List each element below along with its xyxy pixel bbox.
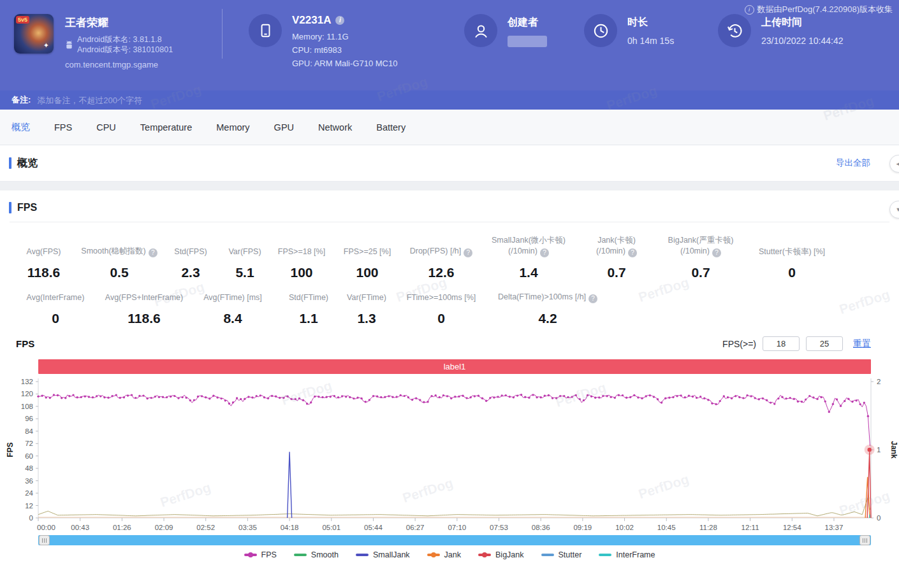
stat-label-bigjank: (/10min)? [657,246,744,257]
tab-cpu[interactable]: CPU [96,122,116,133]
scrollbar-left-handle[interactable] [39,535,50,545]
svg-text:01:26: 01:26 [113,524,131,531]
stat-label-stutter: Stutter(卡顿率) [%] [744,247,840,257]
legend-item-stutter[interactable]: Stutter [541,550,582,559]
tab-gpu[interactable]: GPU [274,122,294,133]
svg-text:02:52: 02:52 [196,524,215,531]
legend-label: SmallJank [373,550,410,559]
legend-item-bigjank[interactable]: BigJank [478,550,523,559]
stat-label-smalljank: SmallJank(微小卡顿) [481,235,576,246]
stat-label-avg-interframe: Avg(InterFrame) [10,292,101,303]
stat-value-stutter: 0 [744,265,840,280]
tab-network[interactable]: Network [318,122,352,133]
stat-label-avg-ftime: Avg(FTime) [ms] [187,292,278,303]
svg-text:0: 0 [877,514,881,522]
scrollbar-right-handle[interactable] [859,535,870,545]
collapse-left-button[interactable]: ◀ [889,155,899,173]
export-all-link[interactable]: 导出全部 [836,157,870,169]
divider [10,222,889,222]
device-info-icon[interactable]: i [335,16,344,25]
stat-var-ftime: Var(FTime)1.3 [339,292,394,326]
svg-text:96: 96 [25,415,33,422]
help-icon[interactable]: ? [588,294,597,303]
stat-label-drop-fps: Drop(FPS) [/h]? [401,246,481,257]
stat-label-bigjank: BigJank(严重卡顿) [657,235,744,246]
svg-text:120: 120 [21,390,33,398]
chart-heading: FPS [16,338,34,349]
stat-value-delta-ftime: 4.2 [488,311,607,326]
stat-label-ftime-ge-100ms: FTime>=100ms [%] [394,292,488,303]
device-model: V2231A [292,14,331,27]
stat-std-ftime: Std(FTime)1.1 [278,292,339,326]
svg-text:60: 60 [25,452,33,460]
stat-value-smooth: 0.5 [77,265,161,280]
device-cpu: CPU: mt6983 [292,43,397,57]
stat-label-smooth: Smooth(稳帧指数)? [77,246,161,257]
stat-value-smalljank: 1.4 [481,265,576,280]
fps-chart[interactable]: 0122436486072849610812013201200:0000:430… [0,375,899,534]
upload-label: 上传时间 [761,16,843,29]
collapse-down-button[interactable]: ▼ [889,201,899,219]
legend-label: FPS [261,550,277,559]
tab-fps[interactable]: FPS [54,122,72,133]
stat-fps-ge-18: FPS>=18 [%]100 [270,247,333,280]
stat-label-fps-ge-25: FPS>=25 [%] [333,247,401,257]
stat-stutter: Stutter(卡顿率) [%]0 [744,247,840,280]
app-title: 王者荣耀 [65,15,173,30]
svg-text:00:43: 00:43 [71,524,89,531]
tab-概览[interactable]: 概览 [11,121,30,133]
header-divider [222,9,223,59]
overview-section-header: 概览 导出全部 ◀ [0,145,899,182]
stat-label-fps-ge-18: FPS>=18 [%] [270,247,333,257]
creator-label: 创建者 [508,16,547,29]
stat-value-fps-ge-25: 100 [333,265,401,280]
chevron-down-icon: ▼ [896,206,899,213]
chart-scrollbar[interactable] [38,535,871,545]
stat-label-delta-ftime: Delta(FTime)>100ms [/h]? [488,292,607,303]
reset-link[interactable]: 重置 [853,338,871,350]
svg-text:11:28: 11:28 [699,524,717,531]
duration-value: 0h 14m 15s [627,36,674,46]
svg-text:84: 84 [25,427,33,435]
remark-input[interactable] [36,95,888,106]
legend-marker-smooth [294,554,307,556]
stat-value-std-fps: 2.3 [161,265,220,280]
legend-marker-fps [244,554,257,556]
stat-std-fps: Std(FPS)2.3 [161,247,220,280]
legend-item-interframe[interactable]: InterFrame [599,550,655,559]
svg-text:02:09: 02:09 [155,524,173,531]
app-version-code: Android版本号: 381010801 [77,45,173,55]
stat-label-avg-fps: Avg(FPS) [10,247,77,257]
chart-legend: FPSSmoothSmallJankJankBigJankStutterInte… [0,550,899,559]
legend-label: BigJank [495,550,523,559]
svg-text:04:18: 04:18 [281,524,299,531]
svg-text:24: 24 [25,489,33,497]
device-block: V2231A i Memory: 11.1G CPU: mt6983 GPU: … [249,14,397,70]
help-icon[interactable]: ? [628,248,637,257]
help-icon[interactable]: ? [712,248,721,257]
legend-item-smooth[interactable]: Smooth [294,550,339,559]
stat-smalljank: SmallJank(微小卡顿)(/10min)?1.4 [481,235,576,280]
tab-battery[interactable]: Battery [376,122,406,133]
stat-value-avg-interframe: 0 [10,311,101,326]
legend-item-jank[interactable]: Jank [427,550,461,559]
tab-temperature[interactable]: Temperature [140,122,192,133]
fps-threshold-low-input[interactable] [763,336,800,351]
legend-label: InterFrame [616,550,655,559]
fps-threshold-high-input[interactable] [806,336,843,351]
legend-item-fps[interactable]: FPS [244,550,277,559]
stat-delta-ftime: Delta(FTime)>100ms [/h]?4.2 [488,292,607,326]
stat-label-avg-fps-interframe: Avg(FPS+InterFrame) [101,292,187,303]
tab-memory[interactable]: Memory [216,122,249,133]
stat-value-var-ftime: 1.3 [339,311,394,326]
help-icon[interactable]: ? [149,248,157,257]
legend-item-smalljank[interactable]: SmallJank [356,550,410,559]
help-icon[interactable]: ? [464,248,472,257]
stat-value-avg-fps: 118.6 [10,265,77,280]
svg-text:48: 48 [25,464,33,472]
fps-card: FPS ▼ Avg(FPS)118.6Smooth(稳帧指数)?0.5Std(F… [0,190,899,559]
stat-drop-fps: Drop(FPS) [/h]?12.6 [401,246,481,280]
help-icon[interactable]: ? [540,248,549,257]
legend-marker-smalljank [356,554,369,556]
remark-bar: 备注: [0,90,899,110]
